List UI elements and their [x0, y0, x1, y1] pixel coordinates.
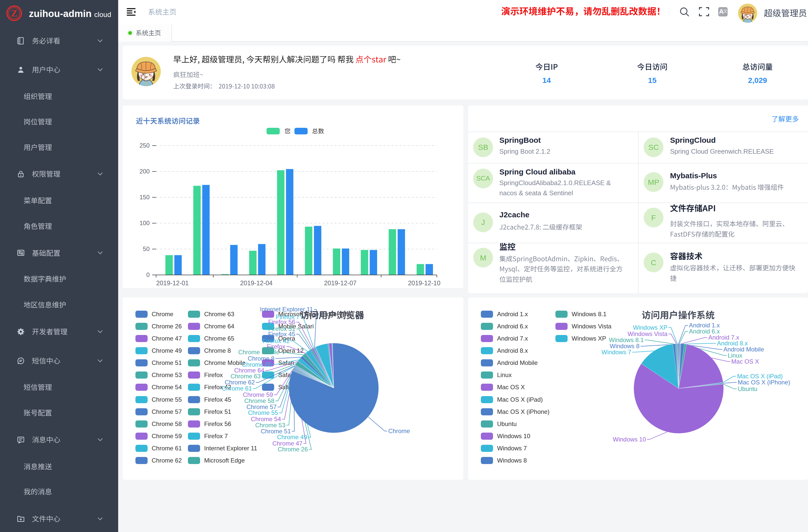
svg-text:Z: Z: [11, 8, 17, 19]
